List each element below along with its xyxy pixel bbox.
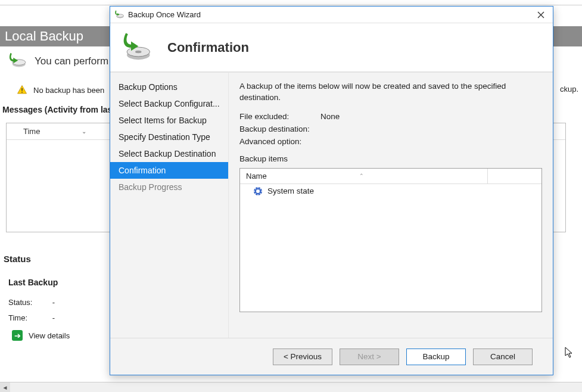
status-label: Status:: [8, 298, 50, 307]
status-heading: Status: [4, 254, 31, 264]
divider: [0, 5, 582, 5]
subtitle-text: You can perform: [35, 55, 108, 67]
sort-indicator-icon: ⌃: [359, 173, 364, 179]
step-confirmation[interactable]: Confirmation: [110, 162, 228, 179]
time-value: -: [52, 313, 55, 322]
view-details-label: View details: [29, 331, 70, 340]
file-excluded-label: File excluded:: [239, 112, 320, 121]
status-value: -: [52, 298, 55, 307]
wizard-titlebar: Backup Once Wizard: [110, 7, 553, 23]
previous-button[interactable]: < Previous: [273, 349, 332, 365]
svg-rect-3: [21, 92, 23, 93]
wizard-content: A backup of the items below will now be …: [228, 73, 553, 338]
svg-point-10: [256, 189, 260, 193]
scroll-left-button[interactable]: ◄: [0, 382, 10, 392]
backup-once-wizard-dialog: Backup Once Wizard Confirmation Backup O…: [110, 6, 553, 375]
wizard-page-title: Confirmation: [167, 40, 249, 55]
arrow-right-icon: ➔: [12, 330, 23, 341]
system-state-icon: [253, 186, 263, 196]
backup-items-table-header: Name ⌃: [240, 169, 541, 184]
chevron-down-icon: ⌄: [82, 128, 86, 135]
backup-destination-label: Backup destination:: [239, 125, 320, 133]
column-time[interactable]: Time: [23, 127, 40, 136]
backup-items-table-body: System state: [240, 184, 541, 312]
time-label: Time:: [8, 313, 50, 322]
next-button: Next >: [340, 349, 399, 365]
file-excluded-value: None: [320, 112, 340, 121]
svg-point-8: [135, 50, 142, 52]
warning-text: No backup has been: [33, 86, 104, 95]
warning-row: No backup has been: [17, 85, 104, 95]
wizard-banner: Confirmation: [110, 23, 553, 72]
svg-rect-2: [21, 88, 23, 91]
close-icon: [537, 11, 544, 18]
backup-drive-large-icon: [119, 31, 152, 64]
truncated-text-tail: ckup.: [560, 85, 578, 94]
step-select-backup-config[interactable]: Select Backup Configurat...: [110, 95, 228, 112]
view-details-link[interactable]: ➔ View details: [12, 330, 70, 341]
backup-button[interactable]: Backup: [406, 349, 466, 365]
advanced-option-label: Advanced option:: [239, 137, 320, 146]
confirmation-intro-text: A backup of the items below will now be …: [239, 81, 513, 104]
close-button[interactable]: [533, 8, 549, 21]
step-backup-progress[interactable]: Backup Progress: [110, 179, 228, 195]
wizard-app-icon: [114, 10, 125, 20]
step-specify-destination-type[interactable]: Specify Destination Type: [110, 129, 228, 145]
wizard-window-title: Backup Once Wizard: [128, 10, 201, 19]
status-kv: Status: -: [8, 298, 55, 307]
last-backup-heading: Last Backup: [8, 278, 58, 287]
time-kv: Time: -: [8, 313, 55, 322]
horizontal-scrollbar[interactable]: ◄: [0, 382, 582, 392]
page-title: Local Backup: [5, 29, 83, 44]
backup-item-label: System state: [267, 186, 314, 195]
column-separator: [487, 169, 488, 183]
column-name[interactable]: Name: [240, 172, 267, 181]
step-backup-options[interactable]: Backup Options: [110, 79, 228, 95]
step-select-backup-destination[interactable]: Select Backup Destination: [110, 145, 228, 162]
warning-icon: [17, 85, 27, 95]
messages-heading: Messages (Activity from last: [2, 105, 115, 114]
local-backup-subtitle-row: You can perform: [5, 50, 108, 73]
cancel-button[interactable]: Cancel: [473, 349, 533, 365]
backup-items-label: Backup items: [239, 154, 542, 163]
step-select-items[interactable]: Select Items for Backup: [110, 112, 228, 129]
wizard-footer: < Previous Next > Backup Cancel: [110, 338, 553, 375]
table-row[interactable]: System state: [240, 184, 541, 198]
backup-items-table[interactable]: Name ⌃: [239, 168, 542, 312]
backup-drive-icon: [5, 50, 27, 73]
wizard-steps-nav: Backup Options Select Backup Configurat.…: [110, 73, 228, 338]
